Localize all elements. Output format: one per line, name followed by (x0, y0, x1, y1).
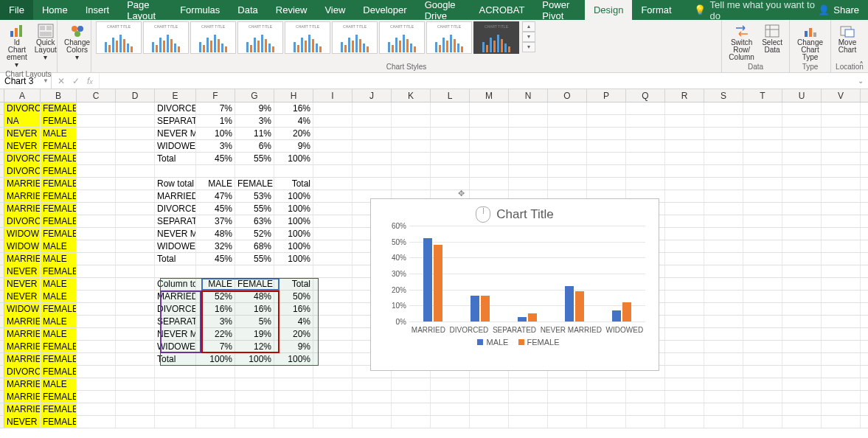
cell[interactable]: 4% (274, 316, 313, 327)
column-header[interactable]: M (470, 89, 509, 102)
cell[interactable] (782, 353, 822, 365)
cell[interactable] (313, 303, 353, 315)
column-header[interactable]: I (313, 89, 353, 102)
cell[interactable] (665, 228, 704, 240)
cell[interactable] (313, 128, 353, 139)
cell[interactable] (665, 291, 704, 302)
cell[interactable]: Total (274, 278, 313, 290)
cell[interactable] (470, 153, 509, 164)
cell[interactable]: 5% (235, 316, 274, 327)
chart-bar[interactable] (518, 317, 527, 322)
cell[interactable] (353, 102, 392, 114)
cell[interactable] (77, 128, 116, 139)
cell[interactable]: SEPARATE (155, 115, 196, 127)
cell[interactable] (822, 265, 861, 277)
chart-bar[interactable] (565, 286, 574, 321)
cell[interactable]: FEMALE (41, 165, 77, 177)
cell[interactable] (665, 316, 704, 327)
cell[interactable] (743, 328, 782, 340)
chart-bar[interactable] (528, 313, 537, 321)
cell[interactable] (77, 278, 116, 290)
column-header[interactable]: N (509, 89, 548, 102)
cell[interactable]: 6% (235, 140, 274, 152)
select-data-button[interactable]: SelectData (760, 21, 785, 55)
chart-bar[interactable] (481, 296, 490, 321)
cell[interactable] (626, 102, 665, 114)
cell[interactable]: WIDOWED (4, 303, 41, 315)
cell[interactable] (743, 291, 782, 302)
cell[interactable] (587, 140, 626, 152)
cell[interactable] (116, 378, 155, 390)
cell[interactable]: WIDOWED (155, 140, 196, 152)
cell[interactable]: NEVER MA (4, 291, 41, 302)
cell[interactable]: 20% (274, 128, 313, 139)
cell[interactable] (782, 178, 822, 190)
cell[interactable] (782, 128, 822, 139)
cell[interactable]: 19% (235, 328, 274, 340)
cell[interactable] (77, 328, 116, 340)
cell[interactable] (77, 153, 116, 164)
cell[interactable]: 4% (274, 115, 313, 127)
enter-icon[interactable]: ✓ (72, 76, 80, 86)
embedded-chart[interactable]: ✥ Chart Title 0%10%20%30%40%50%60% MARRI… (370, 198, 659, 371)
cell[interactable] (782, 403, 822, 415)
cell[interactable] (274, 165, 313, 177)
cell[interactable] (353, 391, 392, 403)
cell[interactable] (431, 153, 470, 164)
cell[interactable]: MALE (41, 316, 77, 327)
cell[interactable] (509, 378, 548, 390)
cell[interactable] (704, 253, 743, 265)
cell[interactable]: WIDOWED (4, 240, 41, 252)
cell[interactable] (392, 416, 431, 428)
cell[interactable] (822, 203, 861, 215)
cell[interactable] (822, 303, 861, 315)
cell[interactable] (548, 115, 587, 127)
cell[interactable] (431, 165, 470, 177)
cell[interactable]: FEMALE (41, 228, 77, 240)
cell[interactable]: MALE (41, 278, 77, 290)
cell[interactable] (509, 140, 548, 152)
cell[interactable] (704, 140, 743, 152)
cell[interactable] (626, 403, 665, 415)
cell[interactable] (743, 366, 782, 378)
tab-power-pivot[interactable]: Power Pivot (533, 0, 585, 20)
cancel-icon[interactable]: ✕ (58, 76, 65, 86)
name-box[interactable]: Chart 3 ▼ (0, 73, 52, 88)
cell[interactable]: 3% (196, 316, 235, 327)
cell[interactable] (743, 215, 782, 227)
cell[interactable] (313, 102, 353, 114)
cell[interactable] (470, 165, 509, 177)
cell[interactable] (196, 378, 235, 390)
cell[interactable] (743, 240, 782, 252)
cell[interactable] (743, 353, 782, 365)
cell[interactable] (782, 303, 822, 315)
cell[interactable] (743, 190, 782, 202)
cell[interactable]: 100% (274, 153, 313, 164)
cell[interactable] (313, 253, 353, 265)
cell[interactable] (77, 416, 116, 428)
cell[interactable] (77, 190, 116, 202)
cell[interactable] (274, 391, 313, 403)
chart-styles-gallery[interactable]: CHART TITLECHART TITLECHART TITLECHART T… (96, 21, 519, 54)
cell[interactable] (587, 102, 626, 114)
column-header[interactable]: G (235, 89, 274, 102)
cell[interactable]: 100% (274, 190, 313, 202)
cell[interactable] (822, 178, 861, 190)
cell[interactable] (782, 278, 822, 290)
cell[interactable] (353, 403, 392, 415)
cell[interactable]: NEVER MA (4, 278, 41, 290)
cell[interactable] (116, 278, 155, 290)
cell[interactable] (353, 153, 392, 164)
cell[interactable] (313, 278, 353, 290)
cell[interactable]: 100% (196, 353, 235, 365)
cell[interactable] (274, 378, 313, 390)
cell[interactable] (155, 165, 196, 177)
cell[interactable] (431, 128, 470, 139)
column-header[interactable]: T (743, 89, 782, 102)
cell[interactable] (116, 353, 155, 365)
cell[interactable] (548, 378, 587, 390)
cell[interactable] (116, 203, 155, 215)
cell[interactable]: FEMALE (235, 178, 274, 190)
column-header[interactable]: Q (626, 89, 665, 102)
cell[interactable] (353, 115, 392, 127)
